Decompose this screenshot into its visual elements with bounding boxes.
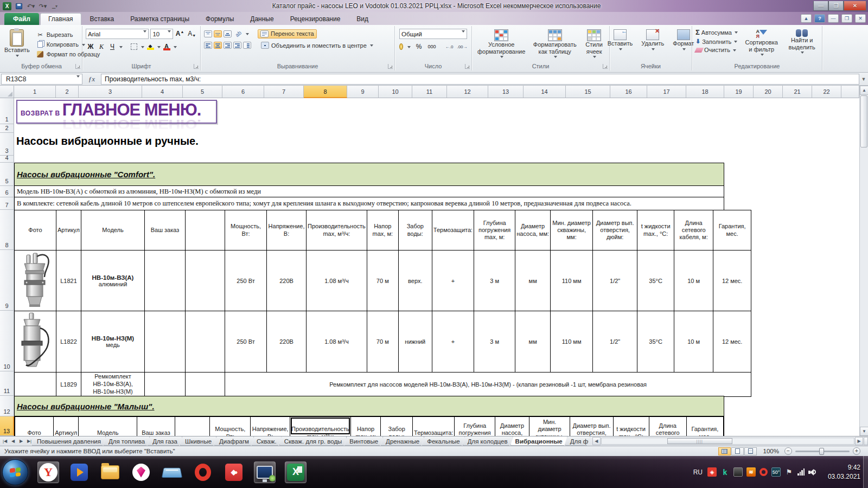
ribbon-tab-Главная[interactable]: Главная xyxy=(40,13,81,25)
screen-tray-icon[interactable] xyxy=(733,467,743,477)
cell-head[interactable]: 70 м xyxy=(367,251,398,311)
col-header-18[interactable]: Гарантия, мес. xyxy=(713,210,751,251)
align-top-icon[interactable] xyxy=(204,30,212,37)
weather-tray-icon[interactable]: 50° xyxy=(771,467,781,477)
page-break-view-icon[interactable] xyxy=(744,447,757,455)
merge-center-button[interactable]: Объединить и поместить в центре xyxy=(259,41,375,49)
row-header-9[interactable]: 9 xyxy=(0,250,14,311)
row-header-11[interactable]: 11 xyxy=(0,371,14,396)
cell-pump_d[interactable]: мм xyxy=(515,311,551,373)
column-header-3[interactable]: 3 xyxy=(79,86,142,98)
taskbar-excel-icon[interactable]: X xyxy=(285,461,307,483)
show-desktop-button[interactable] xyxy=(863,456,868,488)
column-header-2[interactable]: 2 xyxy=(56,86,79,98)
align-middle-icon[interactable] xyxy=(214,30,222,37)
photo-cell[interactable] xyxy=(15,251,56,311)
col-header-6[interactable]: Мощность, Вт: xyxy=(210,417,251,436)
column-header-18[interactable]: 18 xyxy=(686,86,724,98)
dialog-launcher-icon[interactable] xyxy=(194,64,199,69)
col-header-4[interactable]: Ваш заказ xyxy=(137,417,175,436)
taskbar-arrows-icon[interactable]: ◆› xyxy=(223,461,245,483)
col-header-13[interactable]: Диаметр насоса, мм: xyxy=(495,417,529,436)
sheet-tab-Для колодцев[interactable]: Для колодцев xyxy=(463,436,513,446)
blank-cell[interactable] xyxy=(186,251,225,311)
redo-icon[interactable]: ↷▾ xyxy=(38,2,48,10)
cell-depth[interactable]: 3 м xyxy=(474,311,515,373)
col-header-11[interactable]: Термозащита: xyxy=(432,210,474,251)
row-header-1[interactable]: 1 xyxy=(0,98,14,124)
ribbon-tab-Разметка страницы[interactable]: Разметка страницы xyxy=(123,14,197,25)
col-header-7[interactable]: Напряжение, В: xyxy=(251,417,290,436)
collapse-ribbon-icon[interactable]: ▲ xyxy=(801,14,812,23)
row-header-2[interactable]: 2 xyxy=(0,124,14,133)
ribbon-tab-Рецензирование[interactable]: Рецензирование xyxy=(283,14,348,25)
col-header-17[interactable]: Длина сетевого кабеля, м: xyxy=(674,210,713,251)
zoom-out-icon[interactable]: − xyxy=(784,447,792,455)
workbook-minimize-icon[interactable]: — xyxy=(828,14,839,23)
column-header-11[interactable]: 11 xyxy=(412,86,447,98)
increase-font-icon[interactable]: А▲ xyxy=(175,29,185,38)
row-header-7[interactable]: 7 xyxy=(0,197,14,210)
volume-icon[interactable] xyxy=(808,468,816,476)
column-header-9[interactable]: 9 xyxy=(347,86,379,98)
col-header-5[interactable] xyxy=(175,417,210,436)
column-header-20[interactable]: 20 xyxy=(754,86,783,98)
italic-button[interactable]: К xyxy=(97,42,106,52)
clear-button[interactable]: Очистить xyxy=(695,47,738,53)
cell-outlet[interactable]: 1/2" xyxy=(593,251,637,311)
col-header-4[interactable]: Ваш заказ xyxy=(145,210,186,251)
article-cell[interactable]: L1829 xyxy=(56,373,81,397)
cell-warranty[interactable]: 12 мес. xyxy=(713,251,751,311)
fx-icon[interactable]: ƒx xyxy=(82,75,101,84)
delete-cells-button[interactable]: Удалить xyxy=(639,28,666,52)
fill-button[interactable]: ⬇Заполнить xyxy=(695,38,738,45)
bold-button[interactable]: Ж xyxy=(86,42,95,52)
row-header-3[interactable]: 3 xyxy=(0,133,14,156)
tab-scroll-left-icon[interactable]: ◀ xyxy=(592,437,601,445)
column-header-4[interactable]: 4 xyxy=(142,86,183,98)
dialog-launcher-icon[interactable] xyxy=(465,64,470,69)
col-header-18[interactable]: Гарантия, мес. xyxy=(686,417,723,436)
taskbar-explorer-icon[interactable] xyxy=(99,461,121,483)
col-header-16[interactable]: t жидкости max., °C: xyxy=(613,417,649,436)
col-header-13[interactable]: Диаметр насоса, мм: xyxy=(515,210,551,251)
col-header-1[interactable]: Фото xyxy=(15,417,54,436)
zoom-level[interactable]: 100% xyxy=(763,448,779,454)
cell-power[interactable]: 250 Вт xyxy=(225,251,267,311)
customize-qat-icon[interactable]: ▁▾ xyxy=(50,2,60,10)
dialog-launcher-icon[interactable] xyxy=(388,64,393,69)
sort-filter-button[interactable]: АЯ Сортировка и фильтр xyxy=(742,28,781,57)
taskbar-gem-icon[interactable] xyxy=(130,461,152,483)
cell-voltage[interactable]: 220В xyxy=(267,251,307,311)
column-header-16[interactable]: 16 xyxy=(610,86,647,98)
dialog-launcher-icon[interactable] xyxy=(75,64,80,69)
save-icon[interactable] xyxy=(14,2,24,10)
align-right-icon[interactable] xyxy=(224,42,232,49)
undo-icon[interactable]: ↶▾ xyxy=(26,2,36,10)
language-indicator[interactable]: RU xyxy=(693,468,703,476)
number-format-combo[interactable]: Общий xyxy=(399,29,467,39)
cell-pump_d[interactable]: мм xyxy=(515,251,551,311)
red-badge-tray-icon[interactable]: ◈ xyxy=(707,467,717,477)
order-cell[interactable] xyxy=(145,251,186,311)
zoom-in-icon[interactable]: + xyxy=(853,447,860,455)
opera-tray-icon[interactable] xyxy=(760,468,768,476)
tab-scroll-right-icon[interactable]: ▶ xyxy=(855,437,863,445)
column-header-5[interactable]: 5 xyxy=(183,86,222,98)
cell-power[interactable]: 250 Вт xyxy=(225,311,267,373)
row-header-13[interactable]: 13 xyxy=(0,416,14,436)
col-header-5[interactable] xyxy=(186,210,225,251)
column-header-partial[interactable] xyxy=(841,86,859,98)
vertical-scroll-thumb[interactable] xyxy=(860,95,867,147)
ribbon-tab-Вид[interactable]: Вид xyxy=(349,14,376,25)
sheet-tab-Диафрагм[interactable]: Диафрагм xyxy=(214,436,254,446)
column-header-10[interactable]: 10 xyxy=(379,86,412,98)
col-header-7[interactable]: Напряжение, В: xyxy=(267,210,307,251)
column-header-7[interactable]: 7 xyxy=(264,86,304,98)
column-header-21[interactable]: 21 xyxy=(783,86,812,98)
dropdown-arrow-icon[interactable] xyxy=(119,46,123,50)
column-header-19[interactable]: 19 xyxy=(724,86,754,98)
scroll-down-icon[interactable]: ▼ xyxy=(860,427,868,436)
cell-depth[interactable]: 3 м xyxy=(474,251,515,311)
main-menu-link[interactable]: ВОЗВРАТ В ГЛАВНОЕ МЕНЮ. ГЛАВНОЕ МЕНЮ. xyxy=(16,100,217,124)
